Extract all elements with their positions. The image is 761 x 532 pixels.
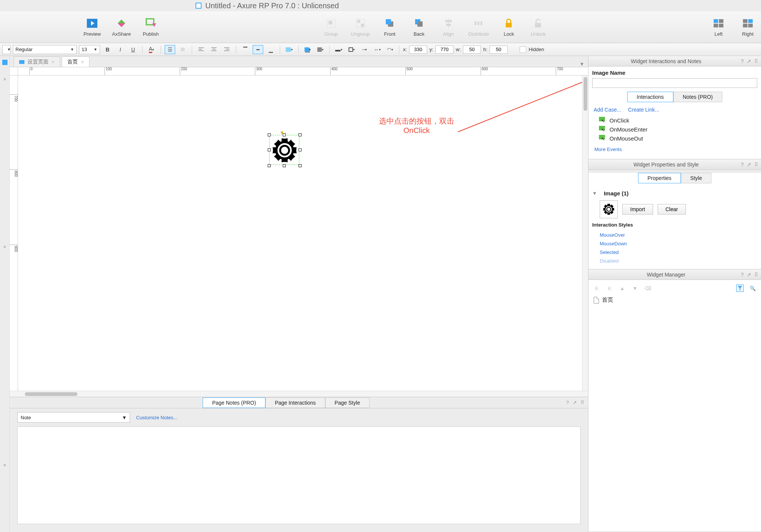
mgr-up-icon[interactable]: ▲	[619, 284, 626, 292]
customize-notes-link[interactable]: Customize Notes...	[136, 415, 177, 420]
help-icon[interactable]: ?	[741, 272, 744, 278]
shadow-outer[interactable]: ▾	[302, 45, 313, 54]
border-style[interactable]: ┄▾	[359, 45, 370, 54]
tab-interactions[interactable]: Interactions	[627, 92, 673, 102]
w-input[interactable]	[463, 45, 481, 54]
tab-notes[interactable]: Notes (PRO)	[673, 92, 722, 102]
align-center-text[interactable]	[209, 45, 219, 54]
underline-button[interactable]: U	[128, 45, 138, 54]
link-button[interactable]: ⧉	[177, 45, 188, 54]
clear-button[interactable]: Clear	[658, 204, 686, 215]
fill-button[interactable]: ▾	[284, 45, 294, 54]
horizontal-scrollbar[interactable]	[10, 391, 588, 397]
tab-page-notes[interactable]: Page Notes (PRO)	[203, 397, 265, 408]
mgr-down-icon[interactable]: ▼	[631, 284, 639, 292]
align-right-text[interactable]	[221, 45, 232, 54]
align-left-button[interactable]: Left	[709, 18, 728, 37]
mgr-copy-icon[interactable]: ⎘	[593, 284, 600, 292]
align-right-button[interactable]: Right	[738, 18, 757, 37]
weight-dropdown[interactable]: Regular▼	[13, 45, 77, 54]
tab-page-interactions[interactable]: Page Interactions	[265, 397, 325, 408]
h-input[interactable]	[490, 45, 508, 54]
ungroup-button[interactable]: Ungroup	[351, 18, 370, 37]
tab-page-style[interactable]: Page Style	[325, 397, 370, 408]
corner-radius[interactable]: ◠▾	[385, 45, 395, 54]
front-button[interactable]: Front	[380, 18, 399, 37]
back-button[interactable]: Back	[410, 18, 429, 37]
create-link-link[interactable]: Create Link...	[628, 107, 659, 113]
shadow-inner[interactable]: ▾	[315, 45, 326, 54]
close-icon[interactable]: ×	[3, 76, 6, 82]
import-button[interactable]: Import	[622, 204, 653, 215]
mgr-filter-icon[interactable]	[736, 284, 744, 292]
add-case-link[interactable]: Add Case...	[594, 107, 621, 113]
valign-bot[interactable]: ▁	[265, 45, 276, 54]
mgr-paste-icon[interactable]: ⎗	[606, 284, 613, 292]
collapse-icon[interactable]: ⠿	[754, 162, 758, 168]
help-icon[interactable]: ?	[741, 58, 744, 64]
collapse-icon[interactable]: ⠿	[754, 272, 758, 278]
help-icon[interactable]: ?	[566, 400, 569, 405]
svg-line-42	[458, 79, 588, 132]
popout-icon[interactable]: ↗	[573, 400, 577, 405]
tab-settings[interactable]: 设置页面 ×	[14, 56, 60, 67]
tab-style[interactable]: Style	[681, 173, 711, 183]
unlock-button[interactable]: Unlock	[529, 18, 547, 37]
close-icon[interactable]: ×	[3, 244, 6, 250]
valign-mid[interactable]: ━	[253, 45, 263, 54]
bullets-button[interactable]: ☰	[165, 45, 175, 54]
publish-button[interactable]: Publish	[141, 18, 160, 37]
axshare-button[interactable]: AxShare	[112, 18, 131, 37]
mgr-delete-icon[interactable]: ⌫	[644, 284, 652, 292]
image-thumbnail[interactable]	[600, 200, 618, 218]
valign-top[interactable]: ▔	[240, 45, 250, 54]
text-color-button[interactable]: A▾	[146, 45, 157, 54]
x-input[interactable]	[409, 45, 427, 54]
tab-properties[interactable]: Properties	[638, 173, 681, 183]
widget-manager-item[interactable]: 首页	[592, 296, 757, 304]
close-icon[interactable]: ×	[81, 59, 84, 65]
image-name-input[interactable]	[592, 78, 757, 88]
popout-icon[interactable]: ↗	[747, 272, 751, 278]
style-mouseover[interactable]: MouseOver	[592, 231, 757, 239]
close-icon[interactable]: ×	[3, 462, 6, 468]
style-mousedown[interactable]: MouseDown	[592, 239, 757, 248]
close-icon[interactable]: ×	[52, 59, 55, 65]
group-button[interactable]: Group	[322, 18, 341, 37]
tab-home[interactable]: 首页 ×	[62, 56, 89, 67]
font-dropdown[interactable]: ▼	[2, 45, 11, 54]
tabs-menu[interactable]: ▼	[579, 61, 584, 67]
note-dropdown[interactable]: Note▼	[17, 412, 130, 423]
pin-icon[interactable]	[2, 60, 8, 65]
disclosure-icon[interactable]: ▼	[592, 190, 597, 196]
style-selected[interactable]: Selected	[592, 248, 757, 257]
border-width[interactable]: ▬▾	[334, 45, 344, 54]
hidden-checkbox[interactable]	[520, 46, 526, 53]
style-disabled[interactable]: Disabled	[592, 257, 757, 265]
event-onclick[interactable]: ↖OnClick	[592, 116, 757, 125]
collapse-icon[interactable]: ⠿	[581, 400, 584, 405]
bold-button[interactable]: B	[102, 45, 113, 54]
italic-button[interactable]: I	[115, 45, 126, 54]
canvas[interactable]: ▼	[18, 76, 588, 391]
size-dropdown[interactable]: 13▼	[79, 45, 100, 54]
distribute-button[interactable]: Distribute	[468, 18, 489, 37]
mgr-search-icon[interactable]: 🔍	[749, 284, 756, 292]
collapse-icon[interactable]: ⠿	[754, 58, 758, 64]
align-left-text[interactable]	[196, 45, 206, 54]
help-icon[interactable]: ?	[741, 162, 744, 168]
vertical-scrollbar[interactable]	[582, 76, 588, 391]
notes-textarea[interactable]	[17, 426, 581, 524]
align-button[interactable]: Align	[439, 18, 458, 37]
popout-icon[interactable]: ↗	[747, 58, 751, 64]
more-events-link[interactable]: More Events	[592, 143, 624, 156]
event-onmouseout[interactable]: ↖OnMouseOut	[592, 134, 757, 143]
event-onmouseenter[interactable]: ↖OnMouseEnter	[592, 125, 757, 134]
lock-button[interactable]: Lock	[499, 18, 518, 37]
arrow-style[interactable]: ↔▾	[372, 45, 382, 54]
popout-icon[interactable]: ↗	[747, 162, 751, 168]
border-color[interactable]: ▾	[346, 45, 357, 54]
preview-button[interactable]: Preview	[83, 18, 102, 37]
svg-rect-27	[743, 19, 747, 23]
y-input[interactable]	[435, 45, 453, 54]
